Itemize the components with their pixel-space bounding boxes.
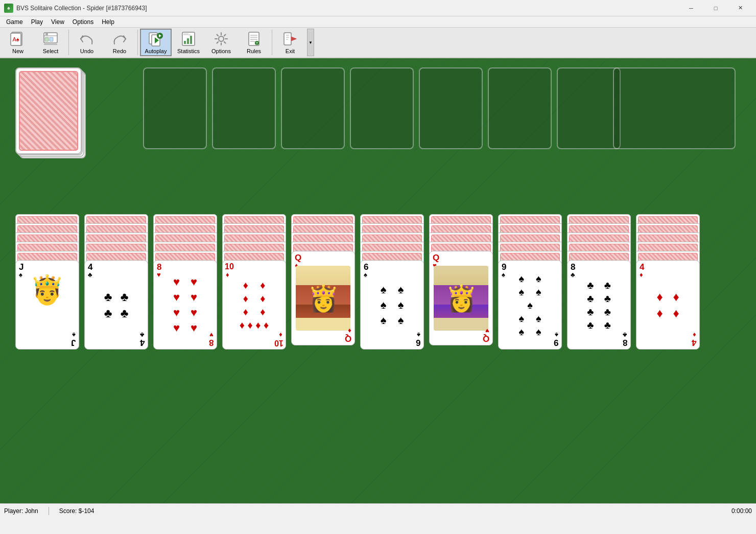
svg-rect-6 [45,37,49,41]
score-status: Score: $-104 [59,507,94,515]
col10-top-card[interactable]: 4 ♦ ♦♦ ♦♦ 4 ♦ [636,260,700,350]
game-area: J ♠ 🤴 J ♠ 4 ♣ ♣♣ ♣♣ 4 ♣ [0,58,756,503]
toolbar-sep-2 [137,30,138,55]
titlebar: ♠ BVS Solitaire Collection - Spider [#18… [0,0,756,16]
foundation-2[interactable] [212,67,276,149]
foundation-1[interactable] [143,67,207,149]
toolbar-sep-1 [68,30,69,55]
col1-top-card[interactable]: J ♠ 🤴 J ♠ [15,260,79,350]
rules-button[interactable]: ? Rules [238,29,270,56]
undo-button[interactable]: Undo [71,29,103,56]
col5-top-card[interactable]: Q ♦ 👸 Q ♦ [291,251,355,345]
col7-top-card[interactable]: Q ♥ 👸 Q ♥ [429,251,493,345]
time-status: 0:00:00 [731,507,752,515]
statusbar: Player: John Score: $-104 0:00:00 [0,503,756,518]
exit-icon [282,31,298,47]
svg-rect-29 [284,33,291,45]
stock-pile[interactable] [15,67,87,154]
svg-text:?: ? [256,41,258,45]
statistics-label: Statistics [177,48,200,54]
col2-top-card[interactable]: 4 ♣ ♣♣ ♣♣ 4 ♣ [84,260,148,350]
autoplay-label: Autoplay [145,48,167,54]
rules-label: Rules [247,48,261,54]
redo-label: Redo [113,48,126,54]
svg-rect-17 [187,38,189,44]
col4-top-card[interactable]: 10 ♦ ♦♦ ♦♦ ♦♦ ♦ ♦ ♦ ♦ 10 ♦ [222,260,286,350]
toolbar-scroll[interactable]: ▼ [307,29,314,56]
redo-button[interactable]: Redo [104,29,135,56]
select-button[interactable]: Select [35,29,66,56]
foundation-3[interactable] [281,67,345,149]
foundation-7[interactable] [557,67,621,149]
menu-options[interactable]: Options [68,17,98,27]
foundation-5[interactable] [419,67,483,149]
col9-top-card[interactable]: 8 ♣ ♣♣ ♣♣ ♣♣ ♣♣ 8 ♣ [567,260,631,350]
autoplay-icon [148,31,164,47]
exit-button[interactable]: Exit [274,29,306,56]
maximize-button[interactable]: □ [704,0,727,16]
window-controls: ─ □ ✕ [679,0,752,16]
col3-top-card[interactable]: 8 ♥ ♥♥ ♥♥ ♥♥ ♥♥ 8 ♥ [153,260,217,350]
options-button[interactable]: Options [205,29,237,56]
new-label: New [12,48,23,54]
svg-rect-18 [190,36,192,44]
svg-rect-7 [50,37,53,41]
rules-icon: ? [246,31,262,47]
menu-play[interactable]: Play [27,17,47,27]
menu-help[interactable]: Help [98,17,119,27]
status-separator [49,507,49,515]
col8-top-card[interactable]: 9 ♠ ♠♠ ♠♠ ♠ ♠♠ ♠♠ 9 ♠ [498,260,562,350]
svg-point-21 [219,36,224,41]
svg-rect-8 [45,33,48,35]
redo-icon [111,31,128,47]
svg-text:A♠: A♠ [12,36,19,42]
undo-icon [79,31,95,47]
options-label: Options [211,48,231,54]
options-icon [213,31,229,47]
toolbar: A♠ New Select Undo [0,28,756,58]
statistics-icon [180,31,197,47]
menubar: Game Play View Options Help [0,16,756,28]
window-title: BVS Solitaire Collection - Spider [#1873… [16,5,679,12]
foundation-6[interactable] [488,67,552,149]
autoplay-button[interactable]: Autoplay [140,29,172,56]
menu-view[interactable]: View [47,17,68,27]
select-label: Select [43,48,59,54]
toolbar-sep-3 [272,30,272,55]
stock-card-front [15,67,82,154]
statistics-button[interactable]: Statistics [173,29,204,56]
new-button[interactable]: A♠ New [2,29,34,56]
foundation-8[interactable] [613,67,736,149]
exit-label: Exit [286,48,295,54]
app-icon: ♠ [4,4,13,13]
col6-top-card[interactable]: 6 ♠ ♠♠ ♠♠ ♠♠ 6 ♠ [360,260,424,350]
close-button[interactable]: ✕ [728,0,752,16]
new-icon: A♠ [10,31,26,47]
foundation-4[interactable] [350,67,414,149]
minimize-button[interactable]: ─ [679,0,703,16]
select-icon [42,31,59,47]
player-status: Player: John [4,507,38,515]
svg-rect-16 [184,41,186,44]
undo-label: Undo [80,48,93,54]
menu-game[interactable]: Game [2,17,27,27]
